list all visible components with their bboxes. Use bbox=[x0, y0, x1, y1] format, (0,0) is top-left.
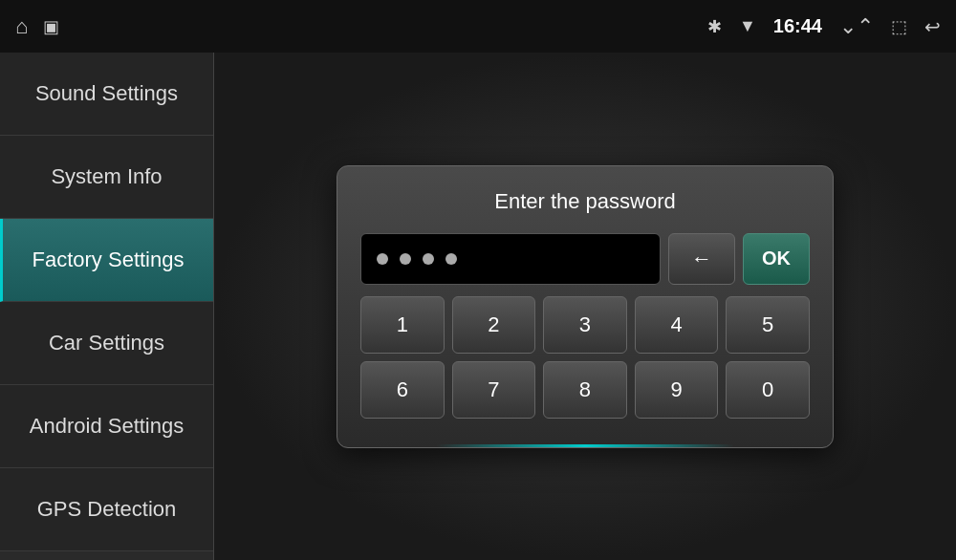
sidebar-item-gps-detection[interactable]: GPS Detection bbox=[0, 468, 213, 551]
main-area: Sound Settings System Info Factory Setti… bbox=[0, 53, 956, 560]
numpad-key-6[interactable]: 6 bbox=[360, 361, 445, 419]
numpad-key-3[interactable]: 3 bbox=[543, 296, 627, 354]
numpad-key-0[interactable]: 0 bbox=[726, 361, 810, 419]
ok-button[interactable]: OK bbox=[743, 233, 810, 285]
password-row: ← OK bbox=[360, 233, 810, 285]
home-icon[interactable]: ⌂ bbox=[15, 14, 28, 39]
backspace-icon: ← bbox=[691, 247, 712, 271]
numpad-row-2: 6 7 8 9 0 bbox=[360, 361, 810, 419]
sidebar-label-car-settings: Car Settings bbox=[49, 331, 164, 355]
sidebar-label-system-info: System Info bbox=[51, 164, 162, 189]
password-dot-2 bbox=[400, 253, 411, 265]
password-dot-3 bbox=[423, 253, 434, 265]
numpad-row-1: 1 2 3 4 5 bbox=[360, 296, 810, 354]
numpad: 1 2 3 4 5 6 bbox=[360, 296, 810, 419]
status-right-icons: ✱ ▼ 16:44 ⌄⌃ ⬚ ↩ bbox=[707, 14, 941, 39]
numpad-key-5[interactable]: 5 bbox=[726, 296, 810, 354]
dialog-title: Enter the password bbox=[360, 189, 810, 214]
numpad-key-4[interactable]: 4 bbox=[635, 296, 719, 354]
numpad-key-9[interactable]: 9 bbox=[635, 361, 719, 419]
backspace-button[interactable]: ← bbox=[668, 233, 735, 285]
back-icon[interactable]: ↩ bbox=[924, 15, 941, 38]
expand-icon[interactable]: ⌄⌃ bbox=[839, 14, 874, 39]
password-dot-1 bbox=[377, 253, 388, 265]
numpad-key-7[interactable]: 7 bbox=[452, 361, 536, 419]
sidebar-item-sound-settings[interactable]: Sound Settings bbox=[0, 53, 213, 136]
sidebar-item-car-settings[interactable]: Car Settings bbox=[0, 302, 213, 385]
content-area: Enter the password ← OK bbox=[214, 53, 956, 560]
sidebar-item-system-info[interactable]: System Info bbox=[0, 136, 213, 219]
password-display bbox=[360, 233, 661, 285]
wifi-icon: ▼ bbox=[739, 16, 756, 36]
password-dialog: Enter the password ← OK bbox=[337, 165, 834, 448]
numpad-key-2[interactable]: 2 bbox=[452, 296, 536, 354]
status-left-icons: ⌂ ▣ bbox=[15, 14, 59, 39]
sidebar-label-factory-settings: Factory Settings bbox=[33, 248, 185, 272]
sidebar-label-android-settings: Android Settings bbox=[30, 414, 184, 439]
status-bar: ⌂ ▣ ✱ ▼ 16:44 ⌄⌃ ⬚ ↩ bbox=[0, 0, 956, 53]
sidebar-label-gps-detection: GPS Detection bbox=[37, 497, 177, 522]
numpad-key-8[interactable]: 8 bbox=[543, 361, 627, 419]
sidebar: Sound Settings System Info Factory Setti… bbox=[0, 53, 214, 560]
sidebar-item-android-settings[interactable]: Android Settings bbox=[0, 385, 213, 468]
clock: 16:44 bbox=[773, 15, 822, 37]
screen-icon[interactable]: ▣ bbox=[43, 16, 59, 37]
numpad-key-1[interactable]: 1 bbox=[360, 296, 445, 354]
ok-label: OK bbox=[762, 248, 791, 269]
bluetooth-icon: ✱ bbox=[707, 16, 722, 37]
password-dot-4 bbox=[445, 253, 457, 265]
clone-icon[interactable]: ⬚ bbox=[891, 16, 907, 37]
sidebar-item-factory-settings[interactable]: Factory Settings bbox=[0, 219, 213, 302]
sidebar-label-sound-settings: Sound Settings bbox=[35, 81, 178, 106]
